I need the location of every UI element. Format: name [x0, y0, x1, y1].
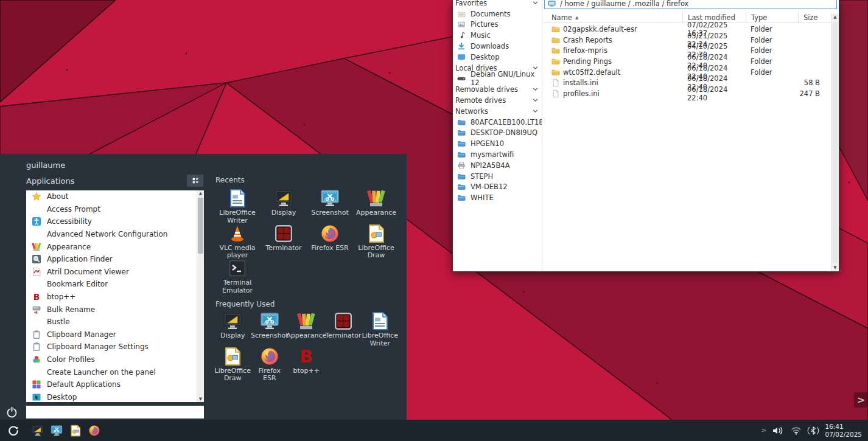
chevron-down-icon[interactable] [531, 85, 539, 93]
sidebar-row-label: Favorites [455, 0, 487, 7]
frequent-app-item[interactable]: B btop++ [288, 347, 325, 382]
screenshot-icon [260, 311, 279, 331]
sidebar-row[interactable]: VM-DEB12 [453, 182, 542, 193]
sidebar-row[interactable]: Removable drives [453, 84, 542, 95]
app-list-item[interactable]: Access Prompt [26, 203, 197, 216]
frequent-app-item[interactable]: Screenshot [251, 311, 289, 347]
app-list-item[interactable]: Default Applications [26, 378, 197, 391]
frequent-app-label: LibreOffice Writer [362, 332, 399, 347]
column-header-size[interactable]: Size [798, 12, 831, 23]
app-list-item[interactable]: Atril Document Viewer [26, 266, 197, 279]
sidebar-row[interactable]: Documents [453, 9, 542, 19]
sidebar-row[interactable]: Pictures [453, 19, 542, 30]
frequent-app-item[interactable]: Firefox ESR [251, 347, 289, 382]
app-label: Application Finder [47, 255, 113, 263]
sidebar-row[interactable]: 80AFCA1EB100.LT18 [453, 117, 542, 128]
lodraw-icon [223, 347, 242, 366]
tray-expander[interactable]: > [761, 426, 766, 434]
app-list-item[interactable]: Application Finder [26, 253, 197, 266]
sidebar-row[interactable]: WHITE [453, 192, 542, 203]
scroll-up-icon[interactable]: ▲ [831, 15, 839, 19]
file-list: 02gapskk.default-esr 07/02/2025 16:37 Fo… [542, 24, 831, 99]
panel-launcher[interactable] [32, 425, 44, 437]
path-bar[interactable]: / home / guillaume / .mozilla / firefox [544, 0, 837, 9]
music-icon [457, 31, 466, 40]
sidebar-row[interactable]: Downloads [453, 41, 542, 52]
recent-app-item[interactable]: VLC media player [214, 224, 261, 259]
app-list-item[interactable]: Accessibility [26, 215, 197, 228]
recent-app-item[interactable]: Terminal Emulator [214, 259, 261, 294]
sidebar-row-label: Downloads [471, 42, 509, 50]
column-header-name[interactable]: Name ▲ [542, 13, 682, 22]
clock[interactable]: 16:41 07/02/2025 [825, 423, 864, 438]
app-list-item[interactable]: Bookmark Editor [26, 278, 197, 291]
app-list-item[interactable]: Bulk Rename [26, 303, 197, 316]
sidebar-row-label: NPI2A5B4A [471, 161, 510, 170]
scrollbar-thumb[interactable] [198, 198, 203, 254]
frequent-app-item[interactable]: LibreOffice Draw [214, 347, 251, 382]
chevron-down-icon[interactable] [531, 0, 539, 7]
frequent-app-item[interactable]: Terminator [325, 311, 362, 347]
app-list-item[interactable]: Clipboard Manager [26, 328, 197, 341]
sidebar-row[interactable]: Desktop [453, 52, 542, 63]
app-list-item[interactable]: About [26, 190, 197, 203]
writer-icon [228, 189, 247, 208]
chevron-down-icon[interactable] [531, 107, 539, 115]
app-list-item[interactable]: B btop++ [26, 291, 197, 304]
sidebar-row[interactable]: Favorites [453, 0, 542, 9]
sidebar-row[interactable]: Music [453, 30, 542, 41]
scroll-up-icon[interactable]: ▲ [197, 191, 204, 196]
recent-app-item[interactable]: Appearance [353, 189, 399, 224]
sidebar-row[interactable]: NPI2A5B4A [453, 160, 542, 171]
panel-launcher[interactable] [51, 425, 63, 437]
bluetooth-icon[interactable] [807, 426, 819, 436]
view-toggle-button[interactable] [187, 175, 203, 187]
sidebar-row[interactable]: HPGEN10 [453, 138, 542, 149]
pictures-icon [457, 20, 466, 29]
wifi-icon[interactable] [791, 426, 802, 435]
app-list-item[interactable]: Create Launcher on the panel [26, 366, 197, 378]
scroll-down-icon[interactable]: ▼ [831, 265, 839, 270]
recent-app-item[interactable]: Firefox ESR [307, 224, 353, 259]
frequent-app-item[interactable]: Appearance [288, 311, 325, 347]
file-name: 02gapskk.default-esr [563, 25, 637, 33]
scrollbar-thumb[interactable] [833, 22, 838, 263]
recent-app-item[interactable]: Display [261, 189, 307, 224]
app-list-item[interactable]: Color Profiles [26, 353, 197, 366]
volume-icon[interactable] [772, 426, 785, 436]
app-list-item[interactable]: Clipboard Manager Settings [26, 341, 197, 353]
scroll-down-icon[interactable]: ▼ [197, 397, 204, 401]
menu-button[interactable] [7, 425, 19, 437]
sidebar-row[interactable]: Debian GNU/Linux 12 [453, 74, 542, 85]
file-type: Folder [746, 68, 798, 77]
app-list-scrollbar[interactable]: ▲ ▼ [197, 190, 204, 402]
panel-launcher[interactable] [69, 425, 82, 437]
recent-app-item[interactable]: Screenshot [307, 189, 353, 224]
sidebar-row[interactable]: Remote drives [453, 95, 542, 106]
sidebar-row[interactable]: Networks [453, 106, 542, 117]
power-button[interactable] [5, 406, 18, 418]
frequent-app-item[interactable]: LibreOffice Writer [362, 311, 399, 347]
recent-app-item[interactable]: LibreOffice Draw [353, 224, 399, 259]
bulkrename-icon [32, 305, 41, 314]
sidebar-row[interactable]: DESKTOP-DN8I9UQ [453, 128, 542, 139]
recent-app-item[interactable]: Terminator [261, 224, 307, 259]
chevron-down-icon[interactable] [531, 96, 539, 104]
app-list-item[interactable]: Advanced Network Configuration [26, 228, 197, 241]
frequent-app-item[interactable]: Display [214, 311, 251, 347]
svg-text:B: B [33, 292, 40, 302]
sidebar-row[interactable]: STEPH [453, 171, 542, 182]
app-label: Access Prompt [47, 205, 100, 214]
panel-launcher[interactable] [88, 425, 100, 437]
app-list-item[interactable]: Desktop [26, 391, 197, 403]
edge-chevron-button[interactable]: > [854, 392, 868, 408]
app-list-item[interactable]: Appearance [26, 240, 197, 253]
sidebar-row[interactable]: mysmartwifi [453, 149, 542, 160]
file-list-scrollbar[interactable]: ▲ ▼ [831, 13, 839, 271]
column-header-type[interactable]: Type [746, 12, 798, 23]
username: guillaume [26, 161, 65, 170]
recent-app-item[interactable]: LibreOffice Writer [214, 189, 261, 224]
file-row[interactable]: profiles.ini 06/18/2024 22:40 247 B [542, 88, 831, 99]
search-input[interactable] [26, 406, 204, 418]
app-list-item[interactable]: Bustle [26, 316, 197, 328]
